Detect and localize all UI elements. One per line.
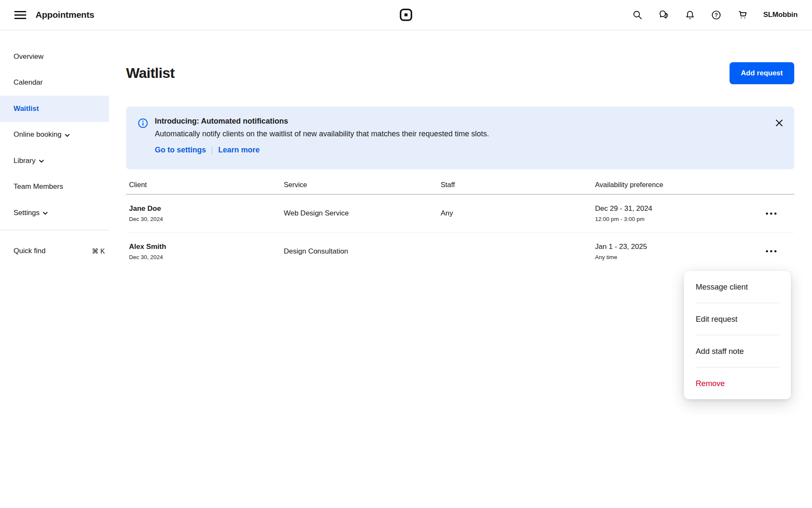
- cart-icon[interactable]: [737, 10, 748, 20]
- table-row[interactable]: Alex Smith Dec 30, 2024 Design Consultat…: [126, 232, 794, 270]
- add-request-button[interactable]: Add request: [730, 62, 794, 84]
- square-logo-icon: [399, 8, 413, 22]
- sidebar-item-waitlist[interactable]: Waitlist: [0, 96, 109, 122]
- chevron-down-icon: [39, 160, 44, 163]
- request-date: Dec 30, 2024: [129, 216, 281, 222]
- sidebar-item-library[interactable]: Library: [0, 148, 109, 174]
- quick-find-shortcut: ⌘ K: [92, 247, 105, 255]
- sidebar-item-calendar[interactable]: Calendar: [0, 70, 109, 96]
- topbar: Appointments: [0, 0, 812, 30]
- client-name: Jane Doe: [129, 204, 281, 213]
- sidebar-item-settings[interactable]: Settings: [0, 200, 109, 226]
- staff-name: Any: [438, 209, 592, 218]
- menu-item-edit-request[interactable]: Edit request: [684, 303, 791, 335]
- column-header-client: Client: [126, 181, 281, 189]
- table-row[interactable]: Jane Doe Dec 30, 2024 Web Design Service…: [126, 195, 794, 232]
- menu-item-add-staff-note[interactable]: Add staff note: [684, 335, 791, 367]
- request-date: Dec 30, 2024: [129, 254, 281, 260]
- chevron-down-icon: [65, 134, 70, 137]
- availability-times: Any time: [595, 254, 761, 260]
- availability-times: 12:00 pm - 3:00 pm: [595, 216, 761, 222]
- availability-dates: Dec 29 - 31, 2024: [595, 204, 761, 213]
- column-header-availability: Availability preference: [592, 181, 761, 189]
- info-icon: [137, 118, 148, 155]
- banner-title: Introducing: Automated notifications: [155, 117, 489, 126]
- menu-item-remove[interactable]: Remove: [684, 367, 791, 399]
- service-name: Design Consultation: [281, 247, 438, 256]
- notifications-bell-icon[interactable]: [685, 10, 695, 20]
- table-header-row: Client Service Staff Availability prefer…: [126, 176, 794, 195]
- availability-dates: Jan 1 - 23, 2025: [595, 243, 761, 251]
- column-header-service: Service: [281, 181, 438, 189]
- notification-banner: Introducing: Automated notifications Aut…: [126, 107, 794, 169]
- search-icon[interactable]: [632, 10, 643, 20]
- row-context-menu: Message client Edit request Add staff no…: [684, 271, 791, 399]
- chevron-down-icon: [43, 212, 48, 215]
- client-name: Alex Smith: [129, 243, 281, 251]
- svg-text:?: ?: [714, 11, 718, 18]
- link-separator: [212, 146, 212, 154]
- row-actions-icon[interactable]: [764, 210, 778, 217]
- sidebar-divider: [0, 230, 109, 230]
- help-icon[interactable]: ?: [711, 10, 721, 20]
- column-header-staff: Staff: [438, 181, 592, 189]
- sidebar-item-online-booking[interactable]: Online booking: [0, 122, 109, 148]
- close-icon[interactable]: [773, 117, 785, 129]
- sidebar-item-overview[interactable]: Overview: [0, 44, 109, 70]
- messages-icon[interactable]: [658, 10, 669, 20]
- sidebar: Overview Calendar Waitlist Online bookin…: [0, 30, 109, 508]
- waitlist-table: Client Service Staff Availability prefer…: [126, 176, 794, 270]
- account-menu[interactable]: SLMobbin: [763, 11, 798, 19]
- page-title: Waitlist: [126, 65, 175, 81]
- banner-body: Automatically notify clients on the wait…: [155, 130, 489, 138]
- quick-find-button[interactable]: Quick find ⌘ K: [0, 240, 109, 262]
- menu-item-message-client[interactable]: Message client: [684, 271, 791, 303]
- hamburger-menu-icon[interactable]: [14, 9, 26, 21]
- go-to-settings-link[interactable]: Go to settings: [155, 146, 206, 155]
- sidebar-item-team-members[interactable]: Team Members: [0, 174, 109, 200]
- service-name: Web Design Service: [281, 209, 438, 218]
- row-actions-icon[interactable]: [764, 248, 778, 255]
- learn-more-link[interactable]: Learn more: [218, 146, 260, 155]
- app-title: Appointments: [36, 10, 94, 20]
